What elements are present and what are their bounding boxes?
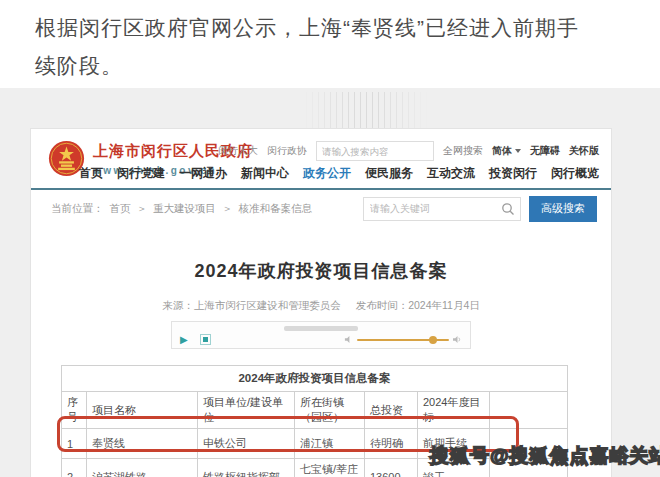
breadcrumb-row: 当前位置： 首页 ＞ 重大建设项目 ＞ 核准和备案信息 高级搜索: [31, 190, 611, 227]
chevron-down-icon: [515, 149, 521, 153]
keyword-search-input[interactable]: [364, 198, 492, 220]
site-header: 上海市闵行区人民政府 www.shmh.gov.cn 闵行人大 闵行政协 全网搜…: [31, 129, 611, 188]
article-meta: 来源：上海市闵行区建设和管理委员会 发布时间：2024年11月4日: [31, 299, 611, 313]
keyword-search-area: 高级搜索: [363, 196, 597, 222]
nav-public-services[interactable]: 便民服务: [365, 165, 413, 182]
audio-controls: ▶: [180, 334, 462, 345]
stop-icon[interactable]: [200, 334, 211, 345]
audio-slider: [344, 335, 462, 344]
article-source: 来源：上海市闵行区建设和管理委员会: [162, 299, 341, 311]
keyword-search-box: [363, 197, 521, 221]
utility-bar: 闵行人大 闵行政协 全网搜索 简体 无障碍 关怀版: [218, 141, 599, 161]
table-header-row: 序号 项目名称 项目单位/建设单位 所在街镇（园区） 总投资 2024年度目标: [62, 392, 568, 429]
col-header-unit: 项目单位/建设单位: [198, 392, 295, 429]
table-caption: 2024年政府投资项目信息备案: [62, 366, 568, 392]
audio-reader-widget: ▶: [171, 321, 471, 349]
nav-minhang-overview[interactable]: 闵行概览: [551, 165, 599, 182]
breadcrumb-separator: ＞: [222, 202, 233, 216]
article-publish-time: 发布时间：2024年11月4日: [356, 299, 480, 311]
search-icon[interactable]: [501, 202, 515, 216]
col-header-town: 所在街镇（园区）: [295, 392, 365, 429]
screenshot-background: 上海市闵行区人民政府 www.shmh.gov.cn 闵行人大 闵行政协 全网搜…: [0, 88, 660, 477]
nav-home[interactable]: 首页: [79, 165, 103, 182]
slider-handle[interactable]: [429, 336, 437, 344]
advanced-search-button[interactable]: 高级搜索: [529, 196, 597, 222]
volume-high-icon: [453, 335, 462, 344]
nav-party-building[interactable]: 闵行党建: [117, 165, 165, 182]
volume-low-icon: [344, 335, 353, 344]
breadcrumb: 当前位置： 首页 ＞ 重大建设项目 ＞ 核准和备案信息: [51, 202, 312, 216]
nav-invest-minhang[interactable]: 投资闵行: [489, 165, 537, 182]
breadcrumb-filing-info[interactable]: 核准和备案信息: [239, 202, 313, 216]
care-mode-link[interactable]: 关怀版: [569, 144, 599, 158]
link-minhang-npc[interactable]: 闵行人大: [218, 144, 258, 158]
col-header-extra: [490, 392, 568, 429]
watermark: 搜狐号@搜狐焦点嘉峪关站: [430, 443, 660, 469]
slider-track[interactable]: [357, 339, 449, 341]
table-caption-row: 2024年政府投资项目信息备案: [62, 366, 568, 392]
breadcrumb-home[interactable]: 首页: [110, 202, 131, 216]
link-minhang-cppcc[interactable]: 闵行政协: [267, 144, 307, 158]
nav-news-center[interactable]: 新闻中心: [241, 165, 289, 182]
col-header-2024-goal: 2024年度目标: [418, 392, 490, 429]
site-search-button[interactable]: 全网搜索: [443, 144, 483, 158]
nav-gov-affairs[interactable]: 政务公开: [303, 165, 351, 182]
site-search-box: [316, 141, 434, 161]
col-header-index: 序号: [62, 392, 87, 429]
col-header-project-name: 项目名称: [87, 392, 198, 429]
breadcrumb-major-projects[interactable]: 重大建设项目: [153, 202, 216, 216]
article-title: 2024年政府投资项目信息备案: [31, 259, 611, 283]
audio-widget-title: [284, 326, 358, 331]
col-header-investment: 总投资: [365, 392, 418, 429]
gov-website-screenshot: 上海市闵行区人民政府 www.shmh.gov.cn 闵行人大 闵行政协 全网搜…: [30, 128, 612, 477]
play-icon[interactable]: ▶: [180, 335, 188, 345]
breadcrumb-label: 当前位置：: [51, 202, 104, 216]
article-caption: 根据闵行区政府官网公示，上海“奉贤线”已经进入前期手续阶段。: [35, 9, 590, 85]
language-selector[interactable]: 简体: [492, 144, 521, 158]
nav-interaction[interactable]: 互动交流: [427, 165, 475, 182]
breadcrumb-separator: ＞: [137, 202, 148, 216]
accessibility-link[interactable]: 无障碍: [530, 144, 560, 158]
main-nav: 首页 闵行党建 一网通办 新闻中心 政务公开 便民服务 互动交流 投资闵行 闵行…: [79, 165, 599, 182]
site-search-input[interactable]: [322, 146, 428, 157]
nav-one-stop[interactable]: 一网通办: [179, 165, 227, 182]
